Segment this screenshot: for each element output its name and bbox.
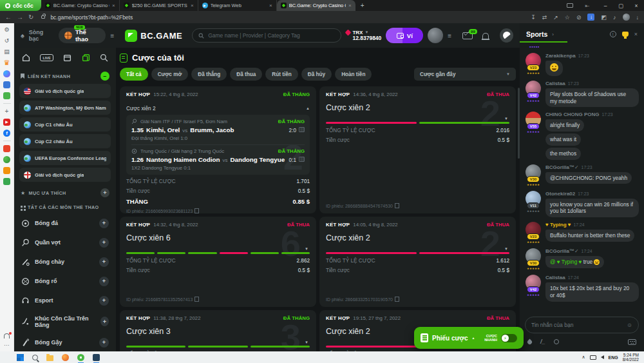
live-icon[interactable]: LIVE xyxy=(40,54,53,61)
my-bets-icon[interactable] xyxy=(82,54,90,62)
reload-icon[interactable]: ↻ xyxy=(28,14,33,21)
quick-link[interactable]: Giải vô địch quốc gia xyxy=(19,168,111,182)
casino-tab[interactable]: Sòng bạc xyxy=(29,29,54,42)
user-menu-icon[interactable] xyxy=(448,32,451,39)
firefox-icon[interactable] xyxy=(62,354,69,361)
extensions-icon[interactable]: ◩ xyxy=(601,14,607,21)
tab-restore-icon[interactable]: ⇤ xyxy=(580,3,595,9)
window-minimize-button[interactable]: – xyxy=(598,3,613,9)
file-explorer-icon[interactable] xyxy=(46,355,53,361)
bet-card[interactable]: KẾT HỢP 14:32, 4 thg 8, 2022 ĐÃ THUA Cượ… xyxy=(120,217,316,307)
filter-won[interactable]: Đã thắng xyxy=(191,68,227,81)
expand-plus-icon[interactable] xyxy=(99,238,109,248)
settings-icon[interactable] xyxy=(3,26,10,34)
filter-cashout[interactable]: Rút tiền xyxy=(265,68,298,81)
tab-bcgame-active[interactable]: BC.Game: Crypto Casino Gam× xyxy=(277,0,355,11)
sidebar-item-ice-hockey[interactable]: Khúc Côn Cầu Trên Băng xyxy=(19,310,111,333)
copy-icon[interactable] xyxy=(196,298,199,302)
sports-tab[interactable]: Thể thao NEW xyxy=(59,28,106,43)
expand-plus-icon[interactable] xyxy=(99,277,109,286)
tab-telegram[interactable]: Telegram Web× xyxy=(198,0,277,11)
history-icon[interactable] xyxy=(3,37,10,44)
youtube-icon[interactable] xyxy=(3,119,10,126)
ssl-lock-icon[interactable] xyxy=(41,15,45,19)
filter-open[interactable]: Cược mở xyxy=(151,68,189,81)
crown-icon[interactable] xyxy=(3,59,10,66)
chat-rules-icon[interactable] xyxy=(610,31,616,37)
expand-plus-icon[interactable] xyxy=(99,338,109,348)
share-icon[interactable]: ↗ xyxy=(553,14,558,21)
window-close-button[interactable]: × xyxy=(629,3,644,9)
media-icon[interactable]: ♪ xyxy=(613,14,616,21)
pingpong-app-icon[interactable] xyxy=(3,156,10,163)
filter-lost[interactable]: Đã thua xyxy=(230,68,262,81)
new-tab-button[interactable]: + xyxy=(355,0,370,11)
translate-icon[interactable]: ⇄ xyxy=(542,14,547,21)
copy-icon[interactable] xyxy=(396,298,399,302)
bet-slip-button[interactable]: Phiếu cược CƯỢC NHANH xyxy=(414,327,524,349)
window-maximize-button[interactable]: ▢ xyxy=(613,3,629,9)
trophy-icon[interactable] xyxy=(622,32,629,37)
download-box-icon[interactable]: ↓ xyxy=(587,14,594,21)
close-chat-icon[interactable] xyxy=(634,31,638,37)
bet-card[interactable]: KẾT HỢP 15:22, 4 thg 8, 2022 ĐÃ THẮNG Cư… xyxy=(120,86,316,213)
bcgame-logo[interactable]: BC.GAME xyxy=(125,30,182,42)
coccoc-logo[interactable]: cốc cốc xyxy=(0,0,41,11)
quick-link[interactable]: Cúp C2 châu Âu xyxy=(19,134,111,148)
stats-icon[interactable] xyxy=(299,157,305,162)
expand-icon[interactable] xyxy=(305,340,308,344)
inbox-icon[interactable]: 99 xyxy=(462,32,473,39)
adblock-icon[interactable]: ⊘ xyxy=(576,14,582,21)
keyboard-icon[interactable] xyxy=(628,339,636,345)
tab-close-icon[interactable]: × xyxy=(269,3,272,8)
filter-refund[interactable]: Hoàn tiền xyxy=(335,68,372,81)
messenger-icon[interactable] xyxy=(3,70,10,77)
filter-all[interactable]: Tất cả xyxy=(120,68,148,81)
add-shortcut-icon[interactable]: + xyxy=(3,108,10,115)
user-avatar[interactable] xyxy=(428,28,443,43)
tab-close-icon[interactable]: × xyxy=(112,3,115,8)
tab-bcgame-1[interactable]: BC.Game: Crypto Casino Gam× xyxy=(41,0,120,11)
quick-link[interactable]: ATP Washington, Mỹ Đơn Nam xyxy=(19,101,111,115)
facebook-icon[interactable] xyxy=(3,130,10,137)
expand-icon[interactable] xyxy=(504,247,508,251)
forward-icon[interactable]: → xyxy=(17,14,23,21)
bet-card[interactable]: KẾT HỢP 14:36, 4 thg 8, 2022 ĐÃ THUA Cượ… xyxy=(319,86,516,213)
notification-bell-icon[interactable] xyxy=(4,333,10,338)
chat-message-input[interactable]: Tin nhắn của bạn xyxy=(525,317,639,333)
calendar-icon[interactable] xyxy=(63,54,71,62)
filter-cancelled[interactable]: Đã hủy xyxy=(301,68,332,81)
coccoc-taskbar-icon[interactable] xyxy=(77,354,84,361)
shop-app-icon[interactable] xyxy=(3,145,10,152)
stats-icon[interactable] xyxy=(299,127,305,132)
reading-list-icon[interactable] xyxy=(3,48,10,55)
taskbar-search-icon[interactable] xyxy=(32,355,38,360)
quick-bet-toggle[interactable] xyxy=(501,334,517,342)
add-favorite-button[interactable] xyxy=(100,188,109,197)
expand-plus-icon[interactable] xyxy=(99,257,109,267)
expand-plus-icon[interactable] xyxy=(100,317,109,326)
game-search-input[interactable]: Game name | Provider | Category Tag xyxy=(192,28,341,43)
store-app-icon[interactable] xyxy=(3,178,10,185)
bet-card[interactable]: KẾT HỢP 14:05, 4 thg 8, 2022 ĐÃ THUA Cượ… xyxy=(319,217,516,307)
chat-room-tab[interactable]: Sports xyxy=(526,30,547,38)
bookmark-star-icon[interactable]: ☆ xyxy=(565,14,570,21)
chevron-right-icon[interactable] xyxy=(552,32,554,37)
sidebar-item-esport[interactable]: Esport xyxy=(19,291,111,310)
sidebar-item-tennis[interactable]: Quần vợt xyxy=(19,233,111,252)
browser-profile-icon[interactable] xyxy=(623,14,630,21)
copy-icon[interactable] xyxy=(396,204,399,208)
search-sports-icon[interactable] xyxy=(100,54,108,62)
tab-close-icon[interactable]: × xyxy=(348,3,352,8)
more-icon[interactable]: ⋯ xyxy=(4,342,10,348)
tray-expand-icon[interactable]: ∧ xyxy=(582,355,585,360)
save-page-icon[interactable]: ↧ xyxy=(531,14,536,21)
bet-card[interactable]: KẾT HỢP 11:38, 28 thg 7, 2022 ĐÃ THẮNG C… xyxy=(120,310,316,351)
chat-toggle-icon[interactable] xyxy=(500,28,513,43)
bell-icon[interactable] xyxy=(482,33,489,39)
coin-icon[interactable] xyxy=(554,339,559,344)
expand-icon[interactable] xyxy=(504,117,508,121)
start-button[interactable] xyxy=(17,354,24,361)
quick-link[interactable]: Cúp C1 châu Âu xyxy=(19,117,111,132)
emoji-picker-icon[interactable] xyxy=(627,322,632,328)
